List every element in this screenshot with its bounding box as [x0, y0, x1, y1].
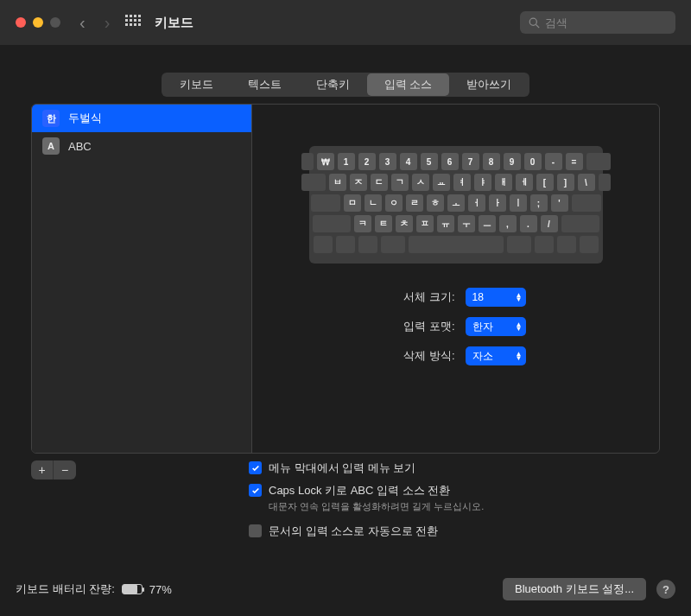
key: 5: [421, 153, 438, 170]
add-source-button[interactable]: +: [31, 460, 54, 479]
key: .: [520, 215, 537, 232]
key: 9: [504, 153, 521, 170]
hangul-badge-icon: 한: [42, 110, 60, 127]
input-sources-list: 한두벌식AABC: [32, 105, 252, 453]
key: ㅠ: [437, 215, 454, 232]
key: ㄹ: [406, 194, 423, 212]
font-size-select[interactable]: 18▲▼: [466, 288, 526, 307]
key: -: [545, 153, 562, 170]
window-controls: [16, 17, 60, 28]
forward-button[interactable]: ›: [105, 13, 111, 33]
search-field[interactable]: [520, 11, 675, 34]
key: ㅌ: [375, 215, 392, 232]
key: ㄷ: [371, 174, 388, 191]
key: ㅈ: [350, 174, 367, 191]
key: 7: [462, 153, 479, 170]
input-format-select[interactable]: 한자▲▼: [466, 317, 526, 336]
apps-grid-icon[interactable]: [125, 15, 141, 30]
key: 0: [524, 153, 542, 170]
key: ㅐ: [495, 174, 512, 191]
tab-4[interactable]: 받아쓰기: [449, 73, 529, 96]
key: ㅋ: [354, 215, 371, 232]
key: ㅡ: [479, 215, 496, 232]
battery-icon: [122, 584, 143, 594]
key: ㄱ: [391, 174, 409, 191]
chevron-updown-icon: ▲▼: [516, 322, 523, 331]
key: 2: [358, 153, 376, 170]
key: ㅊ: [396, 215, 413, 232]
window-title: 키보드: [155, 15, 193, 31]
spacebar: [409, 236, 504, 253]
key: ;: [530, 194, 548, 212]
delete-mode-select[interactable]: 자소▲▼: [466, 346, 526, 365]
key: ': [551, 194, 568, 212]
svg-line-1: [536, 24, 540, 28]
auto-switch-label: 문서의 입력 소스로 자동으로 전환: [269, 524, 438, 539]
show-input-menu-label: 메뉴 막대에서 입력 메뉴 보기: [269, 460, 415, 476]
keyboard-preview: ₩1234567890-=ㅂㅈㄷㄱㅅㅛㅕㅑㅐㅔ[]\ㅁㄴㅇㄹㅎㅗㅓㅏㅣ;'ㅋㅌㅊ…: [309, 146, 603, 264]
key: ㅁ: [344, 194, 361, 212]
tab-2[interactable]: 단축키: [299, 73, 367, 96]
caps-lock-hint: 대문자 연속 입력을 활성화하려면 길게 누르십시오.: [269, 500, 484, 513]
key: ₩: [317, 153, 334, 170]
key: \: [578, 174, 595, 191]
key: ㅛ: [433, 174, 450, 191]
battery-percent: 77%: [149, 583, 172, 596]
delete-mode-label: 삭제 방식:: [386, 348, 455, 364]
tab-1[interactable]: 텍스트: [231, 73, 299, 96]
search-icon: [529, 17, 540, 29]
key: /: [541, 215, 558, 232]
battery-label: 키보드 배터리 잔량:: [16, 581, 115, 597]
input-source-label: 두벌식: [68, 111, 102, 126]
key: ㅗ: [447, 194, 465, 212]
tab-bar: 키보드텍스트단축키입력 소스받아쓰기: [162, 73, 530, 97]
caps-lock-checkbox[interactable]: [249, 484, 262, 497]
auto-switch-checkbox[interactable]: [249, 524, 262, 537]
font-size-label: 서체 크기:: [386, 289, 455, 305]
key: 3: [379, 153, 396, 170]
key: 1: [338, 153, 355, 170]
key: ㅍ: [416, 215, 434, 232]
key: ㅜ: [458, 215, 475, 232]
search-input[interactable]: [545, 16, 667, 29]
key: ㄴ: [365, 194, 382, 212]
input-source-label: ABC: [68, 140, 92, 153]
key: ㅓ: [468, 194, 485, 212]
key: 8: [483, 153, 500, 170]
abc-badge-icon: A: [42, 137, 60, 155]
tab-0[interactable]: 키보드: [162, 73, 231, 96]
chevron-updown-icon: ▲▼: [516, 352, 523, 360]
key: ]: [557, 174, 574, 191]
svg-point-0: [529, 18, 536, 25]
show-input-menu-checkbox[interactable]: [249, 461, 262, 474]
key: ,: [499, 215, 517, 232]
key: ㅏ: [489, 194, 506, 212]
remove-source-button[interactable]: −: [54, 460, 76, 479]
key: ㅔ: [516, 174, 533, 191]
chevron-updown-icon: ▲▼: [516, 293, 523, 302]
caps-lock-label: Caps Lock 키로 ABC 입력 소스 전환: [269, 483, 450, 499]
input-source-item[interactable]: AABC: [32, 132, 251, 160]
key: ㅎ: [427, 194, 444, 212]
key: 6: [441, 153, 459, 170]
input-format-label: 입력 포맷:: [386, 319, 455, 334]
preview-pane: ₩1234567890-=ㅂㅈㄷㄱㅅㅛㅕㅑㅐㅔ[]\ㅁㄴㅇㄹㅎㅗㅓㅏㅣ;'ㅋㅌㅊ…: [252, 105, 659, 453]
key: ㅕ: [453, 174, 471, 191]
maximize-button: [50, 17, 60, 28]
close-button[interactable]: [16, 17, 26, 28]
input-source-item[interactable]: 한두벌식: [32, 105, 251, 132]
key: =: [566, 153, 583, 170]
key: 4: [400, 153, 417, 170]
key: ㅅ: [412, 174, 429, 191]
minimize-button[interactable]: [33, 17, 43, 28]
key: ㅂ: [329, 174, 346, 191]
key: ㅇ: [385, 194, 403, 212]
bluetooth-keyboard-button[interactable]: Bluetooth 키보드 설정...: [503, 578, 646, 600]
key: ㅣ: [510, 194, 527, 212]
help-button[interactable]: ?: [656, 580, 675, 599]
key: ㅑ: [474, 174, 491, 191]
tab-3[interactable]: 입력 소스: [367, 73, 450, 96]
key: [: [536, 174, 554, 191]
back-button[interactable]: ‹: [79, 13, 86, 33]
